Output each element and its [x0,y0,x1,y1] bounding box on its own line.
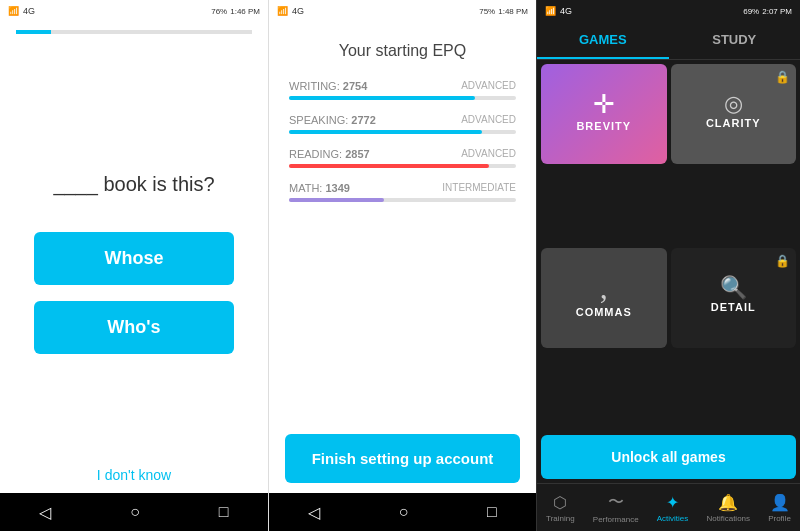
epq-header: Your starting EPQ [269,22,536,70]
dont-know-link[interactable]: I don't know [0,467,268,483]
status-left-3: 📶 4G [545,6,572,16]
game-card-detail[interactable]: 🔒 🔍 DETAIL [671,248,797,348]
detail-label: DETAIL [711,301,756,313]
notifications-icon: 🔔 [718,493,738,512]
stat-math-label: MATH: 1349 [289,182,350,194]
nav-training[interactable]: ⬡ Training [546,493,575,523]
answer-whose-button[interactable]: Whose [34,232,234,285]
clarity-lock-icon: 🔒 [775,70,790,84]
battery-3: 69% [743,7,759,16]
stat-writing-level: ADVANCED [461,80,516,92]
question-text: ____ book is this? [53,173,214,196]
home-button-2[interactable]: ○ [399,503,409,521]
clarity-label: CLARITY [706,117,761,129]
game-card-clarity[interactable]: 🔒 ◎ CLARITY [671,64,797,164]
nav-notifications[interactable]: 🔔 Notifications [706,493,750,523]
unlock-all-button[interactable]: Unlock all games [541,435,796,479]
bar-writing [289,96,475,100]
performance-icon: 〜 [608,492,624,513]
stat-reading-label: READING: 2857 [289,148,370,160]
stats-area: WRITING: 2754 ADVANCED SPEAKING: 2772 AD… [269,70,536,424]
stat-writing: WRITING: 2754 ADVANCED [289,80,516,100]
status-right-3: 69% 2:07 PM [743,7,792,16]
detail-lock-icon: 🔒 [775,254,790,268]
training-label: Training [546,514,575,523]
status-right-2: 75% 1:48 PM [479,7,528,16]
commas-label: COMMAS [576,306,632,318]
bottom-nav: ⬡ Training 〜 Performance ✦ Activities 🔔 … [537,483,800,531]
time-1: 1:46 PM [230,7,260,16]
profile-icon: 👤 [770,493,790,512]
battery-1: 76% [211,7,227,16]
home-button-1[interactable]: ○ [130,503,140,521]
finish-setup-button[interactable]: Finish setting up account [285,434,520,483]
activities-icon: ✦ [666,493,679,512]
battery-2: 75% [479,7,495,16]
status-bar-3: 📶 4G 69% 2:07 PM [537,0,800,22]
tab-study[interactable]: STUDY [669,22,801,59]
signal-icon-2: 📶 [277,6,288,16]
nav-performance[interactable]: 〜 Performance [593,492,639,524]
nav-profile[interactable]: 👤 Profile [768,493,791,523]
training-icon: ⬡ [553,493,567,512]
time-2: 1:48 PM [498,7,528,16]
panel-quiz: 📶 4G 76% 1:46 PM ____ book is this? Whos… [0,0,268,531]
bar-speaking [289,130,482,134]
detail-icon: 🔍 [720,275,747,301]
stat-math: MATH: 1349 INTERMEDIATE [289,182,516,202]
stat-writing-label: WRITING: 2754 [289,80,367,92]
stat-speaking: SPEAKING: 2772 ADVANCED [289,114,516,134]
back-button-1[interactable]: ◁ [39,503,51,522]
notifications-label: Notifications [706,514,750,523]
signal-icon-3: 📶 [545,6,556,16]
time-3: 2:07 PM [762,7,792,16]
brevity-icon: ✛ [593,89,615,120]
clarity-icon: ◎ [724,91,743,117]
network-type-2: 4G [292,6,304,16]
profile-label: Profile [768,514,791,523]
game-card-brevity[interactable]: ✛ BREVITY [541,64,667,164]
games-tabs: GAMES STUDY [537,22,800,60]
status-bar-1: 📶 4G 76% 1:46 PM [0,0,268,22]
stat-reading: READING: 2857 ADVANCED [289,148,516,168]
games-grid: ✛ BREVITY 🔒 ◎ CLARITY , COMMAS 🔒 🔍 DETAI… [537,60,800,431]
activities-label: Activities [657,514,689,523]
recents-button-2[interactable]: □ [487,503,497,521]
brevity-label: BREVITY [576,120,631,132]
network-type-1: 4G [23,6,35,16]
stat-reading-level: ADVANCED [461,148,516,160]
status-right-1: 76% 1:46 PM [211,7,260,16]
nav-activities[interactable]: ✦ Activities [657,493,689,523]
tab-games[interactable]: GAMES [537,22,669,59]
status-bar-2: 📶 4G 75% 1:48 PM [269,0,536,22]
answer-whos-button[interactable]: Who's [34,301,234,354]
nav-bar-1: ◁ ○ □ [0,493,268,531]
recents-button-1[interactable]: □ [219,503,229,521]
stat-math-level: INTERMEDIATE [442,182,516,194]
panel-games: 📶 4G 69% 2:07 PM GAMES STUDY ✛ BREVITY 🔒… [536,0,800,531]
stat-speaking-level: ADVANCED [461,114,516,126]
status-left-2: 📶 4G [277,6,304,16]
game-card-commas[interactable]: , COMMAS [541,248,667,348]
back-button-2[interactable]: ◁ [308,503,320,522]
performance-label: Performance [593,515,639,524]
question-area: ____ book is this? Whose Who's [0,34,268,493]
epq-title: Your starting EPQ [285,42,520,60]
stat-speaking-label: SPEAKING: 2772 [289,114,376,126]
bar-reading [289,164,489,168]
blank-underline: ____ [53,173,98,195]
commas-icon: , [600,269,608,306]
nav-bar-2: ◁ ○ □ [269,493,536,531]
question-rest: book is this? [103,173,214,195]
bar-math [289,198,384,202]
signal-icon: 📶 [8,6,19,16]
status-left-1: 📶 4G [8,6,35,16]
panel-epq: 📶 4G 75% 1:48 PM Your starting EPQ WRITI… [268,0,536,531]
network-type-3: 4G [560,6,572,16]
